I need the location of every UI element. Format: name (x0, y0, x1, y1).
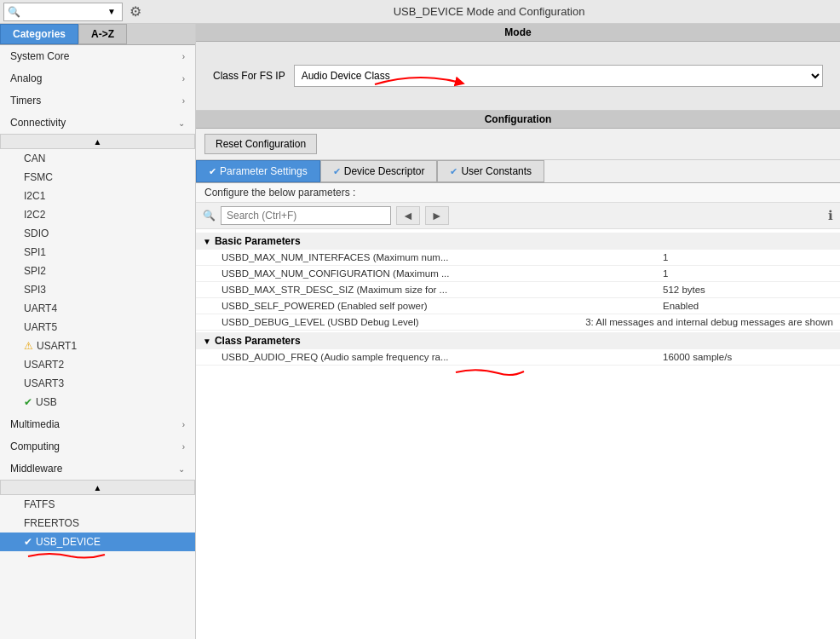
sidebar-subitem-spi3[interactable]: SPI3 (0, 280, 195, 299)
param-name: USBD_AUDIO_FREQ (Audio sample frequency … (222, 352, 663, 362)
group-basic-parameters: ▼ Basic Parameters USBD_MAX_NUM_INTERFAC… (196, 233, 840, 331)
spi1-label: SPI1 (24, 246, 46, 258)
reset-config-button[interactable]: Reset Configuration (204, 134, 317, 154)
basic-params-header[interactable]: ▼ Basic Parameters (196, 233, 840, 250)
sidebar-subitem-i2c2[interactable]: I2C2 (0, 205, 195, 224)
sidebar-item-multimedia[interactable]: Multimedia › (0, 413, 195, 435)
tab-parameter-settings[interactable]: ✔ Parameter Settings (196, 160, 320, 182)
param-name: USBD_MAX_STR_DESC_SIZ (Maximum size for … (222, 285, 663, 295)
gear-icon[interactable]: ⚙ (129, 3, 141, 20)
group-class-parameters: ▼ Class Parameters USBD_AUDIO_FREQ (Audi… (196, 332, 840, 380)
param-value: 1 (663, 268, 833, 279)
class-params-label: Class Parameters (215, 335, 301, 347)
sidebar-subitem-fsmc[interactable]: FSMC (0, 168, 195, 187)
chevron-right-icon: › (182, 442, 185, 452)
sidebar-subitem-usart1[interactable]: ⚠ USART1 (0, 337, 195, 355)
sidebar-item-system-core[interactable]: System Core › (0, 45, 195, 67)
check-icon-usr: ✔ (450, 166, 457, 177)
annotation-underline-2 (452, 366, 528, 377)
sidebar-subitem-usb-device[interactable]: ✔ USB_DEVICE (0, 532, 195, 551)
sidebar-subitem-i2c1[interactable]: I2C1 (0, 187, 195, 205)
usart3-label: USART3 (24, 377, 64, 389)
configure-label: Configure the below parameters : (196, 183, 840, 203)
sidebar-tabs: Categories A->Z (0, 24, 195, 45)
sidebar-subitem-uart5[interactable]: UART5 (0, 318, 195, 337)
table-row: USBD_AUDIO_FREQ (Audio sample frequency … (196, 349, 840, 366)
mode-header: Mode (196, 24, 840, 42)
sidebar-subitem-usb[interactable]: ✔ USB (0, 393, 195, 412)
collapse-icon: ▼ (203, 237, 211, 246)
sidebar-item-middleware[interactable]: Middleware ⌄ (0, 458, 195, 480)
search-input[interactable] (22, 6, 107, 18)
check-icon-dev: ✔ (333, 166, 341, 177)
scroll-up-arrow-middleware[interactable]: ▲ (0, 480, 195, 495)
search-box[interactable]: 🔍 ▼ (3, 3, 123, 21)
search-icon: 🔍 (8, 6, 20, 18)
sidebar-subitem-uart4[interactable]: UART4 (0, 299, 195, 318)
info-icon[interactable]: ℹ (828, 208, 833, 223)
sidebar-subitem-spi1[interactable]: SPI1 (0, 243, 195, 262)
prev-btn[interactable]: ◄ (396, 206, 420, 225)
chevron-right-icon: › (182, 52, 185, 61)
sidebar-subitem-usart3[interactable]: USART3 (0, 374, 195, 393)
param-search-input[interactable] (221, 206, 391, 225)
search-bar: 🔍 ◄ ► ℹ (196, 203, 840, 229)
usb-label: USB (36, 396, 57, 408)
sidebar-label-system-core: System Core (10, 50, 69, 62)
chevron-down-icon: ⌄ (178, 464, 185, 474)
sidebar-subitem-can[interactable]: CAN (0, 149, 195, 168)
table-row: USBD_MAX_NUM_CONFIGURATION (Maximum ... … (196, 266, 840, 282)
param-name: USBD_MAX_NUM_CONFIGURATION (Maximum ... (222, 268, 663, 279)
tab-categories[interactable]: Categories (0, 24, 78, 44)
usb-device-label: USB_DEVICE (36, 536, 101, 548)
param-name: USBD_SELF_POWERED (Enabled self power) (222, 301, 663, 311)
i2c2-label: I2C2 (24, 209, 45, 221)
param-name: USBD_DEBUG_LEVEL (USBD Debug Level) (222, 317, 585, 327)
group-middleware: Middleware ⌄ ▲ FATFS FREERTOS ✔ USB_DEVI… (0, 458, 195, 562)
group-connectivity: Connectivity ⌄ ▲ CAN FSMC I2C1 (0, 112, 195, 412)
annotation-underline-1 (24, 550, 109, 560)
collapse-icon: ▼ (203, 337, 211, 346)
fatfs-label: FATFS (24, 498, 55, 510)
mode-section: Mode Class For FS IP Audio Device ClassC… (196, 24, 840, 111)
can-label: CAN (24, 153, 45, 164)
usart2-label: USART2 (24, 359, 64, 371)
chevron-right-icon: › (182, 420, 185, 429)
sidebar-content: System Core › Analog › Timers › Connecti… (0, 45, 195, 639)
sidebar-item-computing[interactable]: Computing › (0, 435, 195, 458)
check-icon-usb-device: ✔ (24, 536, 32, 548)
sidebar-item-timers[interactable]: Timers › (0, 89, 195, 112)
sidebar-subitem-usart2[interactable]: USART2 (0, 355, 195, 374)
chevron-right-icon: › (182, 96, 185, 106)
sidebar-item-analog[interactable]: Analog › (0, 67, 195, 89)
config-header: Configuration (196, 111, 840, 129)
sidebar-label-analog: Analog (10, 72, 42, 84)
sidebar-subitem-spi2[interactable]: SPI2 (0, 262, 195, 280)
search-icon-param: 🔍 (203, 210, 216, 222)
check-icon-param: ✔ (209, 166, 216, 177)
next-btn[interactable]: ► (425, 206, 449, 225)
sidebar-label-timers: Timers (10, 95, 41, 106)
sidebar-item-connectivity[interactable]: Connectivity ⌄ (0, 112, 195, 134)
reset-bar: Reset Configuration (196, 129, 840, 160)
sidebar-subitem-sdio[interactable]: SDIO (0, 224, 195, 243)
fsmc-label: FSMC (24, 171, 53, 183)
table-row: USBD_MAX_STR_DESC_SIZ (Maximum size for … (196, 282, 840, 298)
sidebar-subitem-freertos[interactable]: FREERTOS (0, 514, 195, 532)
tab-device-descriptor[interactable]: ✔ Device Descriptor (320, 160, 438, 182)
scroll-up-arrow[interactable]: ▲ (0, 134, 195, 149)
param-name: USBD_MAX_NUM_INTERFACES (Maximum num... (222, 252, 663, 262)
param-tabs: ✔ Parameter Settings ✔ Device Descriptor… (196, 160, 840, 183)
tab-user-constants[interactable]: ✔ User Constants (437, 160, 544, 182)
param-value: 1 (663, 252, 833, 262)
page-title: USB_DEVICE Mode and Configuration (141, 5, 837, 18)
sidebar: Categories A->Z System Core › Analog › T… (0, 24, 196, 639)
annotation-arrow-1 (366, 67, 469, 93)
tab-az[interactable]: A->Z (78, 24, 127, 44)
param-value: Enabled (663, 301, 833, 311)
search-dropdown-icon[interactable]: ▼ (107, 7, 116, 16)
content-area: Mode Class For FS IP Audio Device ClassC… (196, 24, 840, 639)
sidebar-subitem-fatfs[interactable]: FATFS (0, 495, 195, 514)
table-row: USBD_DEBUG_LEVEL (USBD Debug Level) 3: A… (196, 314, 840, 331)
class-params-header[interactable]: ▼ Class Parameters (196, 332, 840, 349)
